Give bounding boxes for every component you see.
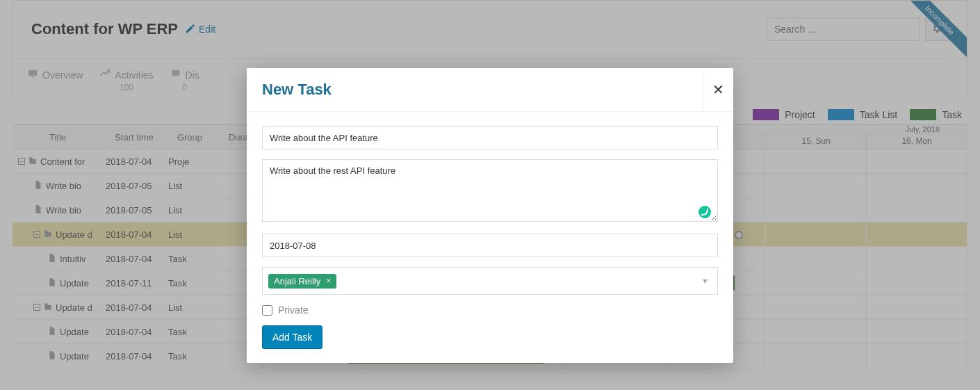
modal-overlay[interactable]: New Task ✕ Anjali Reilly × ▼	[0, 0, 980, 390]
private-label: Private	[278, 304, 309, 316]
grammarly-icon	[699, 206, 711, 218]
assignee-chip[interactable]: Anjali Reilly ×	[268, 274, 336, 289]
new-task-modal: New Task ✕ Anjali Reilly × ▼	[247, 68, 733, 363]
private-checkbox[interactable]	[262, 305, 272, 316]
task-title-input[interactable]	[262, 126, 718, 149]
remove-assignee-icon[interactable]: ×	[326, 276, 331, 286]
close-button[interactable]: ✕	[703, 68, 733, 111]
private-checkbox-row[interactable]: Private	[262, 304, 718, 316]
due-date-input[interactable]	[262, 234, 718, 257]
chevron-down-icon: ▼	[701, 277, 709, 285]
close-icon: ✕	[712, 81, 724, 98]
add-task-button[interactable]: Add Task	[262, 325, 322, 349]
assignee-select[interactable]: Anjali Reilly × ▼	[262, 267, 718, 295]
modal-title: New Task	[247, 68, 347, 111]
task-description-input[interactable]	[262, 159, 718, 222]
